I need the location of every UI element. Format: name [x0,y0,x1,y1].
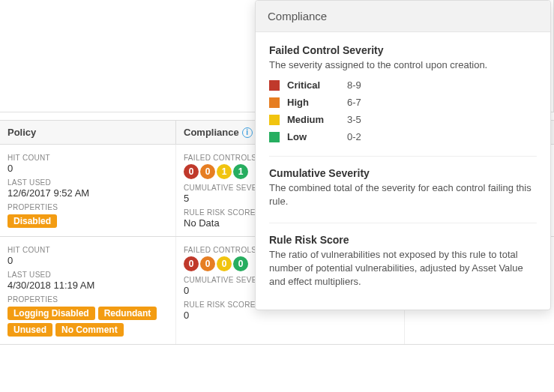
hit-count-value: 0 [7,255,168,266]
severity-circle: 0 [200,164,215,179]
legend-row: Medium 3-5 [269,114,537,125]
popover-section-desc: The severity assigned to the control upo… [269,58,537,72]
hit-count-value: 0 [7,163,168,174]
popover-section-title: Rule Risk Score [269,234,537,246]
property-tag[interactable]: No Comment [55,323,124,337]
legend-swatch [269,97,280,108]
severity-circle: 0 [184,256,199,271]
popover-section-desc: The combined total of the severity for e… [269,181,537,208]
properties-tags: Disabled [7,214,168,228]
legend-row: High 6-7 [269,97,537,108]
last-used-label: LAST USED [7,178,168,187]
severity-circle: 0 [233,256,248,271]
legend-range: 3-5 [347,114,361,125]
popover-section-desc: The ratio of vulnerabilities not exposed… [269,248,537,289]
severity-circle: 0 [184,164,199,179]
last-used-value: 12/6/2017 9:52 AM [7,187,168,199]
compliance-popover: Compliance Failed Control Severity The s… [255,0,551,310]
popover-section: Cumulative Severity The combined total o… [269,167,537,208]
legend-range: 0-2 [347,131,361,142]
last-used-label: LAST USED [7,271,168,279]
property-tag[interactable]: Redundant [98,307,157,320]
hit-count-label: HIT COUNT [7,154,168,162]
legend-label: Critical [287,79,347,91]
popover-section-title: Cumulative Severity [269,167,537,179]
popover-title: Compliance [256,1,550,32]
legend-swatch [269,115,280,125]
last-used-value: 4/30/2018 11:19 AM [7,280,168,291]
legend-swatch [269,80,280,91]
legend-label: Low [287,131,347,142]
popover-section: Failed Control Severity The severity ass… [269,44,537,142]
property-tag[interactable]: Unused [7,323,52,337]
legend-swatch [269,132,280,142]
severity-circle: 1 [217,164,232,179]
property-tag[interactable]: Disabled [7,214,57,228]
properties-label: PROPERTIES [7,203,168,211]
legend-row: Critical 8-9 [269,79,537,91]
header-compliance-label: Compliance [184,127,239,138]
severity-legend: Critical 8-9 High 6-7 Medium 3-5 Low 0-2 [269,79,537,142]
hit-count-label: HIT COUNT [7,246,168,254]
legend-range: 6-7 [347,97,361,108]
legend-label: High [287,97,347,108]
legend-label: Medium [287,114,347,125]
header-policy[interactable]: Policy [0,121,176,144]
rule-risk-score-value: 0 [184,310,397,321]
severity-circle: 1 [233,164,248,179]
popover-section: Rule Risk Score The ratio of vulnerabili… [269,234,537,289]
info-icon[interactable]: i [242,127,253,138]
severity-circle: 0 [217,256,232,271]
legend-range: 8-9 [347,79,361,91]
property-tag[interactable]: Logging Disabled [7,307,95,320]
popover-body: Failed Control Severity The severity ass… [256,32,550,310]
severity-circle: 0 [200,256,215,271]
divider [269,223,537,223]
divider [269,156,537,157]
popover-section-title: Failed Control Severity [269,44,537,56]
legend-row: Low 0-2 [269,131,537,142]
properties-label: PROPERTIES [7,295,168,304]
properties-tags: Logging DisabledRedundantUnusedNo Commen… [7,307,168,337]
